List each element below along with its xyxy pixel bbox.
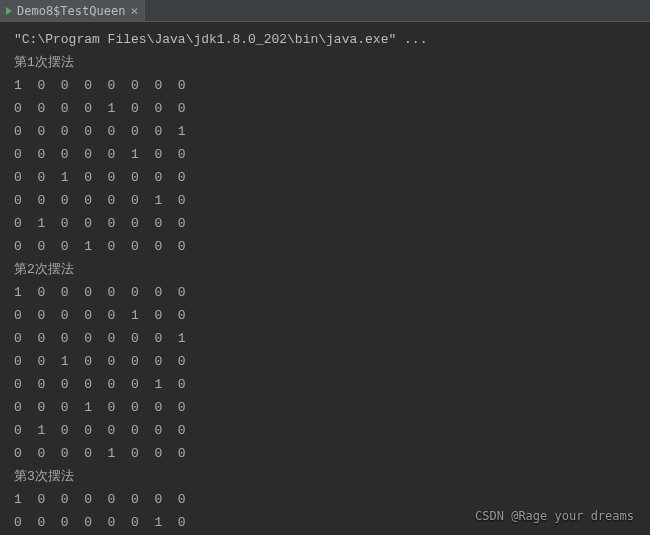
run-icon — [6, 7, 12, 15]
board-row: 0 0 0 0 1 0 0 0 — [14, 442, 638, 465]
board-row: 0 1 0 0 0 0 0 0 — [14, 419, 638, 442]
board-row: 0 0 0 0 1 0 0 0 — [14, 97, 638, 120]
solution-label: 第3次摆法 — [14, 465, 638, 488]
watermark: CSDN @Rage your dreams — [475, 509, 634, 523]
board-row: 1 0 0 0 0 0 0 0 — [14, 74, 638, 97]
board-row: 0 0 0 1 0 0 0 0 — [14, 396, 638, 419]
board-row: 0 0 1 0 0 0 0 0 — [14, 166, 638, 189]
board-row: 0 0 0 1 0 0 0 0 — [14, 235, 638, 258]
solution-label: 第1次摆法 — [14, 51, 638, 74]
command-line: "C:\Program Files\Java\jdk1.8.0_202\bin\… — [14, 28, 638, 51]
board-row: 0 0 0 0 0 1 0 0 — [14, 143, 638, 166]
close-icon[interactable]: × — [130, 4, 138, 17]
tab-bar: Demo8$TestQueen × — [0, 0, 650, 22]
board-row: 0 1 0 0 0 0 0 0 — [14, 212, 638, 235]
tab-run-config[interactable]: Demo8$TestQueen × — [0, 0, 145, 21]
board-row: 0 0 0 0 0 1 0 0 — [14, 304, 638, 327]
board-row: 0 0 0 0 0 0 1 0 — [14, 373, 638, 396]
console-output: "C:\Program Files\Java\jdk1.8.0_202\bin\… — [0, 22, 650, 534]
board-row: 0 0 1 0 0 0 0 0 — [14, 350, 638, 373]
board-row: 1 0 0 0 0 0 0 0 — [14, 488, 638, 511]
board-row: 0 0 0 0 0 0 0 1 — [14, 327, 638, 350]
board-row: 1 0 0 0 0 0 0 0 — [14, 281, 638, 304]
solution-label: 第2次摆法 — [14, 258, 638, 281]
board-row: 0 0 0 0 0 0 1 0 — [14, 189, 638, 212]
output-lines: 第1次摆法1 0 0 0 0 0 0 00 0 0 0 1 0 0 00 0 0… — [14, 51, 638, 534]
board-row: 0 0 0 0 0 0 0 1 — [14, 120, 638, 143]
tab-title: Demo8$TestQueen — [17, 4, 125, 18]
